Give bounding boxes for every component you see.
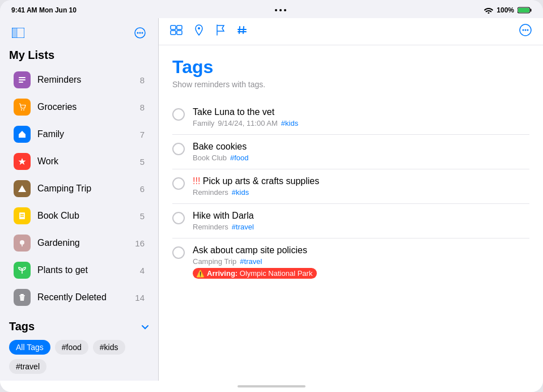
reminder-checkbox-2[interactable]	[172, 143, 185, 155]
detail-more-button[interactable]	[519, 24, 532, 39]
location-badge-icon-5: ⚠️	[196, 270, 205, 278]
reminder-meta-5: Camping Trip #travel	[193, 257, 529, 266]
svg-point-35	[525, 29, 527, 31]
svg-marker-16	[18, 185, 26, 192]
reminder-checkbox-1[interactable]	[172, 108, 185, 121]
plants-count: 4	[140, 266, 145, 275]
svg-rect-2	[518, 8, 529, 12]
reminder-list-1: Family	[193, 119, 214, 127]
status-time-date: 9:41 AM Mon Jun 10	[11, 6, 77, 14]
svg-rect-25	[177, 25, 182, 29]
detail-panel: Tags Show reminders with tags. Take Luna…	[159, 18, 543, 381]
list-item-groceries[interactable]: Groceries 8	[5, 93, 154, 121]
svg-point-8	[139, 32, 141, 34]
status-bar: 9:41 AM Mon Jun 10 100%	[0, 0, 543, 18]
add-list-button[interactable]: Add List	[0, 376, 158, 381]
reminder-checkbox-4[interactable]	[172, 212, 185, 224]
camping-count: 6	[140, 184, 145, 194]
reminder-meta-2: Book Club #food	[193, 154, 529, 162]
camping-icon	[14, 180, 31, 197]
reminder-title-4: Hike with Darla	[193, 211, 529, 221]
reminder-title-3: !!! Pick up arts & crafts supplies	[193, 176, 529, 186]
reminder-body-4: Hike with Darla Reminders #travel	[193, 211, 529, 231]
svg-rect-5	[16, 28, 18, 38]
reminder-tag-2: #food	[230, 154, 249, 162]
gardening-count: 16	[135, 238, 145, 248]
svg-rect-18	[20, 214, 24, 215]
dot2	[279, 9, 282, 11]
flag-icon[interactable]	[215, 24, 226, 39]
reminder-list-4: Reminders	[193, 223, 228, 231]
list-item-deleted[interactable]: Recently Deleted 14	[5, 284, 154, 311]
svg-rect-22	[20, 294, 24, 295]
plants-label: Plants to get	[37, 265, 140, 275]
location-icon[interactable]	[194, 24, 204, 39]
reminder-item-4: Hike with Darla Reminders #travel	[172, 204, 529, 238]
sidebar-more-button[interactable]	[131, 24, 149, 42]
svg-rect-3	[12, 28, 16, 38]
svg-point-34	[523, 29, 524, 31]
svg-point-28	[198, 27, 200, 29]
svg-rect-27	[177, 31, 182, 35]
list-item-gardening[interactable]: Gardening 16	[5, 229, 154, 257]
svg-rect-10	[19, 77, 26, 78]
reminder-meta-3: Reminders #kids	[193, 188, 529, 197]
tags-section-header[interactable]: Tags	[0, 313, 158, 338]
battery-percent: 100%	[497, 6, 514, 14]
reminder-item-5: Ask about camp site policies Camping Tri…	[172, 238, 529, 286]
sidebar-toggle-button[interactable]	[9, 24, 27, 42]
svg-rect-23	[19, 295, 25, 296]
svg-marker-15	[19, 158, 26, 165]
reminder-checkbox-3[interactable]	[172, 177, 185, 190]
status-center	[275, 9, 286, 11]
reminder-tag-5: #travel	[240, 257, 262, 266]
svg-rect-11	[19, 79, 26, 80]
family-count: 7	[140, 130, 145, 139]
sidebar: My Lists Reminders 8	[0, 18, 159, 381]
main-content: My Lists Reminders 8	[0, 18, 543, 381]
reminders-label: Reminders	[37, 75, 140, 85]
svg-point-20	[20, 240, 24, 245]
list-item-plants[interactable]: Plants to get 4	[5, 257, 154, 284]
priority-symbol-3: !!!	[193, 176, 203, 186]
reminder-tag-1: #kids	[281, 119, 298, 127]
svg-rect-24	[171, 25, 176, 29]
list-item-family[interactable]: Family 7	[5, 121, 154, 148]
tag-food[interactable]: #food	[55, 340, 88, 355]
tag-travel[interactable]: #travel	[9, 359, 46, 374]
tag-all[interactable]: All Tags	[9, 340, 50, 355]
toolbar-icons	[170, 24, 247, 39]
list-item-camping[interactable]: Camping Trip 6	[5, 175, 154, 202]
reminder-meta-1: Family 9/14/24, 11:00 AM #kids	[193, 119, 529, 127]
reminder-list-5: Camping Trip	[193, 257, 236, 266]
family-icon	[14, 126, 31, 143]
list-item-work[interactable]: Work 5	[5, 148, 154, 175]
groceries-label: Groceries	[37, 102, 140, 112]
svg-point-13	[21, 109, 22, 110]
svg-point-36	[527, 29, 529, 31]
reminder-body-1: Take Luna to the vet Family 9/14/24, 11:…	[193, 107, 529, 127]
hashtag-icon[interactable]	[237, 24, 247, 39]
bookclub-count: 5	[140, 211, 145, 221]
sidebar-header	[0, 18, 158, 46]
reminder-checkbox-5[interactable]	[172, 246, 185, 259]
svg-point-9	[142, 32, 143, 34]
svg-point-7	[137, 32, 139, 34]
reminders-icon	[14, 71, 31, 88]
location-badge-5: ⚠️ Arriving: Olympic National Park	[193, 268, 317, 279]
grid-icon[interactable]	[170, 25, 183, 38]
reminder-item-2: Bake cookies Book Club #food	[172, 135, 529, 169]
tags-chevron-icon	[141, 324, 149, 330]
reminder-title-2: Bake cookies	[193, 142, 529, 152]
list-item-bookclub[interactable]: Book Club 5	[5, 202, 154, 229]
reminder-date-1: 9/14/24, 11:00 AM	[218, 119, 278, 127]
tag-kids[interactable]: #kids	[93, 340, 125, 355]
work-icon	[14, 153, 31, 170]
list-item-reminders[interactable]: Reminders 8	[5, 66, 154, 93]
svg-point-14	[23, 109, 24, 110]
bookclub-icon	[14, 207, 31, 224]
reminder-item-1: Take Luna to the vet Family 9/14/24, 11:…	[172, 100, 529, 135]
gardening-label: Gardening	[37, 238, 135, 248]
tags-section-title: Tags	[9, 320, 35, 333]
detail-toolbar	[159, 18, 543, 45]
